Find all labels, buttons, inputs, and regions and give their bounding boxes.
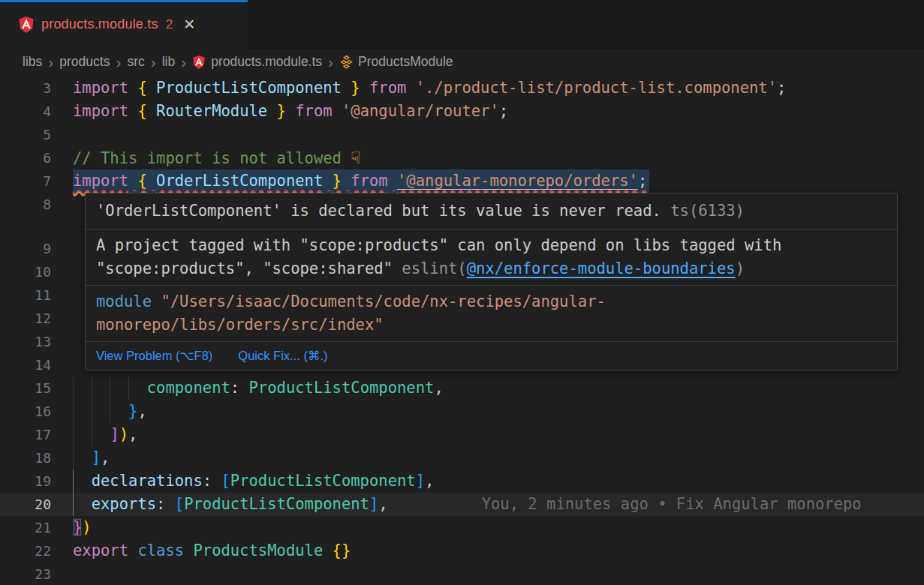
breadcrumb-label: products.module.ts [211, 54, 322, 70]
code-line-content[interactable]: import { ProductListComponent } from './… [73, 76, 924, 100]
line-number[interactable]: 18 [0, 446, 51, 470]
code-token: import [73, 79, 128, 97]
hover-source-suffix: ) [736, 260, 745, 278]
breadcrumb-item-products[interactable]: products [59, 54, 110, 70]
line-number[interactable]: 7 [0, 170, 51, 193]
indent-guide [92, 400, 92, 423]
line-number[interactable]: 8 [0, 193, 51, 216]
line-number[interactable]: 11 [0, 284, 51, 307]
line-number[interactable]: 15 [0, 376, 51, 400]
code-line: 5 [0, 123, 924, 146]
code-line-content[interactable]: declarations: [ProductListComponent], [73, 470, 924, 493]
code-token [128, 102, 137, 120]
view-problem-button[interactable]: View Problem (⌥F8) [96, 344, 212, 368]
breadcrumb-item-symbol[interactable]: ProductsModule [339, 54, 453, 70]
code-token: , [425, 472, 434, 490]
code-token: {} [333, 542, 351, 560]
code-token: from [351, 172, 387, 190]
line-number[interactable]: 9 [0, 237, 51, 260]
line-number[interactable]: 6 [0, 146, 51, 170]
code-token: ; [499, 102, 508, 120]
code-editor[interactable]: 3import { ProductListComponent } from '.… [0, 75, 924, 585]
indent-guide [73, 470, 74, 493]
line-number[interactable]: 12 [0, 307, 51, 330]
code-line-content[interactable]: component: ProductListComponent, [73, 376, 924, 400]
error-squiggle-region[interactable]: import { OrderListComponent } from '@ang… [73, 170, 649, 193]
error-hover-popup: 'OrderListComponent' is declared but its… [85, 193, 898, 370]
code-line-content[interactable]: }) [73, 516, 924, 539]
code-token: } [128, 402, 137, 420]
code-line: 3import { ProductListComponent } from '.… [0, 76, 924, 100]
code-token: , [101, 448, 110, 466]
quick-fix-button[interactable]: Quick Fix... (⌘.) [238, 344, 327, 368]
code-token [406, 79, 415, 97]
code-line-content[interactable] [73, 562, 924, 585]
breadcrumb-item-lib[interactable]: lib [162, 54, 176, 70]
chevron-right-icon: › [48, 54, 53, 70]
code-line-content[interactable]: // This import is not allowed ☟ [73, 146, 924, 170]
code-token: , [128, 425, 137, 443]
line-number[interactable]: 10 [0, 260, 51, 284]
code-token: [ [221, 472, 230, 490]
code-token [323, 172, 332, 190]
code-token: , [137, 402, 146, 420]
tab-products-module[interactable]: products.module.ts 2 ✕ [0, 0, 248, 49]
code-token: class [137, 542, 184, 560]
code-token: import [73, 172, 128, 190]
code-token [342, 79, 351, 97]
code-line-content[interactable] [73, 123, 924, 146]
code-line-content[interactable]: import { RouterModule } from '@angular/r… [73, 100, 924, 123]
line-number[interactable]: 20 [0, 493, 51, 516]
code-line-content[interactable]: export class ProductsModule {} [73, 539, 924, 562]
line-number[interactable]: 23 [0, 562, 51, 585]
code-token [333, 102, 342, 120]
code-line: 6// This import is not allowed ☟ [0, 146, 924, 170]
code-line-content[interactable]: ]), [73, 423, 924, 446]
code-token [73, 448, 92, 466]
code-token: ] [416, 472, 425, 490]
line-number[interactable]: 16 [0, 400, 51, 423]
code-token: exports [92, 495, 156, 513]
breadcrumb-item-src[interactable]: src [127, 54, 144, 70]
code-token: ] [92, 448, 101, 466]
code-token: ProductListComponent [156, 79, 342, 97]
eslint-rule-link[interactable]: @nx/enforce-module-boundaries [467, 260, 736, 278]
vscode-window: products.module.ts 2 ✕ libs › products ›… [0, 0, 924, 585]
line-number[interactable]: 14 [0, 353, 51, 376]
code-line-content[interactable]: exports: [ProductListComponent],You, 2 m… [73, 493, 924, 516]
code-token [73, 402, 128, 420]
line-number[interactable]: 21 [0, 516, 51, 539]
line-number[interactable]: 19 [0, 470, 51, 493]
module-path: "/Users/isaac/Documents/code/nx-recipes/… [152, 292, 606, 310]
hover-message-ts: 'OrderListComponent' is declared but its… [86, 194, 897, 229]
code-token: ; [638, 172, 647, 190]
code-token [73, 472, 92, 490]
hover-message-text: A project tagged with "scope:products" c… [96, 236, 781, 254]
code-token: : [203, 472, 221, 490]
code-line-content[interactable]: }, [73, 400, 924, 423]
code-token: ] [369, 495, 378, 513]
indent-guide [110, 400, 110, 423]
breadcrumb-item-libs[interactable]: libs [23, 54, 42, 70]
code-line-content[interactable]: import { OrderListComponent } from '@ang… [73, 170, 924, 193]
code-line: 20 exports: [ProductListComponent],You, … [0, 493, 924, 516]
line-number[interactable]: 13 [0, 330, 51, 353]
line-number[interactable]: 17 [0, 423, 51, 446]
chevron-right-icon: › [181, 54, 186, 70]
line-number[interactable]: 4 [0, 100, 51, 123]
code-token: } [351, 79, 360, 97]
code-token: from [369, 79, 406, 97]
breadcrumb-label: src [127, 54, 144, 70]
line-number[interactable]: 3 [0, 76, 51, 100]
hover-source-prefix: eslint( [402, 260, 466, 278]
code-token: { [137, 172, 146, 190]
code-token: } [73, 518, 82, 536]
code-line-content[interactable]: ], [73, 446, 924, 470]
line-number[interactable]: 22 [0, 539, 51, 562]
close-icon[interactable]: ✕ [183, 16, 195, 33]
line-number[interactable]: 5 [0, 123, 51, 146]
code-token: ProductsModule [193, 542, 323, 560]
code-token: : [230, 379, 249, 397]
breadcrumb-label: libs [23, 54, 42, 70]
breadcrumb-item-file[interactable]: products.module.ts [192, 54, 322, 70]
